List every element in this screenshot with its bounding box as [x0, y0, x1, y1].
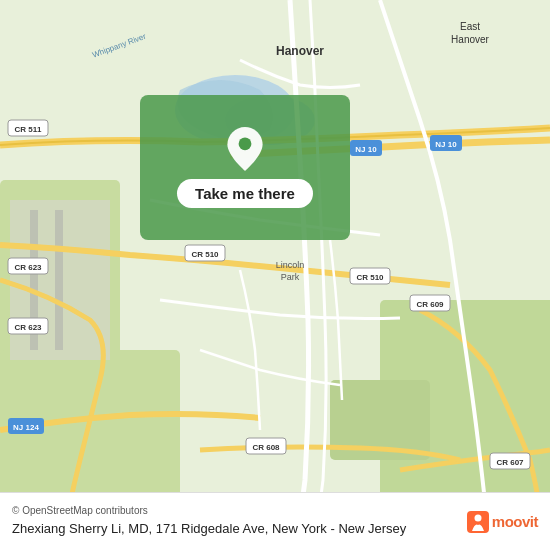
take-me-there-button[interactable]: Take me there	[177, 179, 313, 208]
svg-text:NJ 10: NJ 10	[355, 145, 377, 154]
map-background: CR 511 NJ 10 NJ 10 CR 510 CR 510 CR 623 …	[0, 0, 550, 550]
svg-text:CR 510: CR 510	[191, 250, 219, 259]
svg-text:CR 607: CR 607	[496, 458, 524, 467]
osm-attribution: © OpenStreetMap contributors	[12, 505, 457, 516]
map-container: CR 511 NJ 10 NJ 10 CR 510 CR 510 CR 623 …	[0, 0, 550, 550]
svg-text:Lincoln: Lincoln	[276, 260, 305, 270]
svg-text:CR 623: CR 623	[14, 323, 42, 332]
address-text: Zhexiang Sherry Li, MD, 171 Ridgedale Av…	[12, 520, 457, 538]
svg-text:CR 609: CR 609	[416, 300, 444, 309]
svg-text:Hanover: Hanover	[451, 34, 489, 45]
svg-text:Park: Park	[281, 272, 300, 282]
svg-rect-9	[55, 210, 63, 350]
svg-text:CR 511: CR 511	[14, 125, 42, 134]
svg-text:Hanover: Hanover	[276, 44, 324, 58]
moovit-logo: moovit	[467, 511, 538, 533]
svg-text:East: East	[460, 21, 480, 32]
svg-text:CR 510: CR 510	[356, 273, 384, 282]
svg-text:NJ 124: NJ 124	[13, 423, 39, 432]
bottom-left-info: © OpenStreetMap contributors Zhexiang Sh…	[12, 505, 457, 538]
svg-text:NJ 10: NJ 10	[435, 140, 457, 149]
svg-point-40	[474, 514, 481, 521]
destination-box[interactable]: Take me there	[140, 95, 350, 240]
svg-point-38	[239, 137, 252, 150]
bottom-bar: © OpenStreetMap contributors Zhexiang Sh…	[0, 492, 550, 550]
svg-text:CR 623: CR 623	[14, 263, 42, 272]
moovit-icon	[467, 511, 489, 533]
moovit-logo-text: moovit	[492, 513, 538, 530]
svg-text:CR 608: CR 608	[252, 443, 280, 452]
location-pin-icon	[223, 127, 267, 171]
